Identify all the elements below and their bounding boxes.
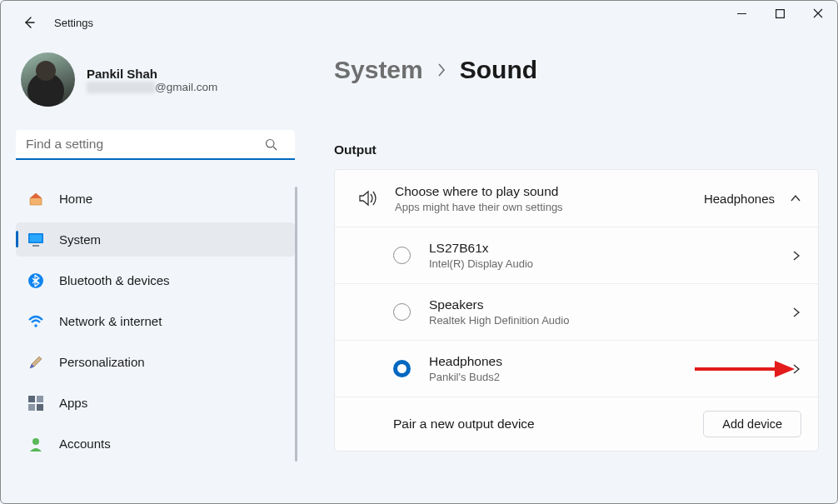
svg-line-3 — [273, 147, 277, 150]
radio-checked[interactable] — [393, 360, 411, 377]
svg-rect-1 — [776, 9, 784, 17]
svg-rect-11 — [28, 404, 35, 411]
profile-email-suffix: @gmail.com — [155, 81, 217, 93]
sidebar-item-label: Accounts — [59, 437, 111, 451]
choose-output-row[interactable]: Choose where to play sound Apps might ha… — [335, 170, 818, 227]
sidebar-item-label: Apps — [59, 396, 87, 410]
svg-point-8 — [34, 324, 37, 327]
chevron-up-icon — [790, 192, 801, 204]
chevron-right-icon — [791, 250, 801, 262]
device-name: Speakers — [429, 297, 791, 312]
sidebar-item-label: Home — [59, 192, 92, 206]
minimize-button[interactable] — [722, 1, 761, 26]
svg-rect-9 — [28, 396, 35, 402]
profile-email: @gmail.com — [87, 81, 217, 93]
sidebar-item-bluetooth[interactable]: Bluetooth & devices — [16, 263, 295, 297]
app-title: Settings — [54, 17, 93, 29]
minimize-icon — [737, 9, 746, 18]
svg-point-2 — [267, 140, 274, 147]
breadcrumb-current: Sound — [460, 56, 537, 84]
home-icon — [27, 191, 44, 207]
apps-icon — [27, 395, 44, 412]
device-subtitle: Intel(R) Display Audio — [429, 257, 791, 270]
current-output-label: Headphones — [704, 192, 775, 206]
chevron-right-icon — [791, 363, 801, 375]
wifi-icon — [27, 313, 44, 330]
output-device-row[interactable]: Speakers Realtek High Definition Audio — [335, 283, 818, 340]
system-icon — [27, 232, 44, 248]
sidebar-item-system[interactable]: System — [16, 222, 295, 257]
chevron-right-icon — [436, 62, 446, 77]
sidebar-item-label: Bluetooth & devices — [59, 273, 170, 287]
close-button[interactable] — [799, 1, 837, 26]
pair-device-row: Pair a new output device Add device — [335, 397, 818, 451]
radio-unchecked[interactable] — [393, 303, 411, 321]
add-device-button[interactable]: Add device — [703, 411, 801, 437]
brush-icon — [27, 354, 44, 371]
sidebar: Pankil Shah @gmail.com Home System Bluet… — [1, 52, 309, 467]
svg-rect-6 — [32, 245, 39, 247]
chevron-right-icon — [791, 307, 801, 318]
close-icon — [813, 8, 823, 18]
breadcrumb-parent[interactable]: System — [334, 56, 423, 84]
sidebar-item-accounts[interactable]: Accounts — [16, 427, 295, 461]
profile-block[interactable]: Pankil Shah @gmail.com — [16, 52, 299, 107]
nav-list: Home System Bluetooth & devices Network … — [16, 182, 299, 467]
device-name: LS27B61x — [429, 241, 791, 256]
svg-point-13 — [32, 438, 39, 445]
volume-icon — [352, 189, 385, 207]
sidebar-item-apps[interactable]: Apps — [16, 386, 295, 420]
sidebar-item-label: Network & internet — [59, 314, 162, 328]
redacted-area — [87, 82, 155, 93]
main-content: System Sound Output Choose where to play… — [334, 56, 819, 492]
sidebar-item-network[interactable]: Network & internet — [16, 304, 295, 338]
pair-label: Pair a new output device — [393, 417, 535, 432]
avatar — [21, 52, 75, 107]
search-input[interactable] — [16, 130, 295, 160]
arrow-left-icon — [22, 16, 36, 29]
choose-output-subtitle: Apps might have their own settings — [395, 201, 704, 213]
choose-output-title: Choose where to play sound — [395, 184, 704, 199]
radio-unchecked[interactable] — [393, 247, 411, 264]
search-row — [16, 130, 299, 160]
svg-rect-5 — [30, 234, 42, 242]
sidebar-item-personalization[interactable]: Personalization — [16, 345, 295, 379]
device-subtitle: Pankil's Buds2 — [429, 371, 791, 383]
output-card: Choose where to play sound Apps might ha… — [334, 169, 819, 452]
breadcrumb: System Sound — [334, 56, 819, 84]
output-device-row[interactable]: Headphones Pankil's Buds2 — [335, 340, 818, 397]
sidebar-item-home[interactable]: Home — [16, 182, 295, 216]
section-title-output: Output — [334, 142, 819, 157]
search-icon — [265, 138, 277, 151]
maximize-button[interactable] — [761, 1, 799, 26]
sidebar-item-label: Personalization — [59, 355, 145, 369]
window-controls — [722, 1, 837, 26]
titlebar: Settings — [1, 1, 837, 44]
profile-name: Pankil Shah — [87, 67, 217, 81]
sidebar-item-label: System — [59, 232, 101, 247]
device-subtitle: Realtek High Definition Audio — [429, 314, 791, 327]
maximize-icon — [776, 9, 785, 18]
svg-rect-12 — [37, 404, 43, 411]
back-button[interactable] — [19, 12, 39, 32]
person-icon — [27, 436, 44, 452]
output-device-row[interactable]: LS27B61x Intel(R) Display Audio — [335, 227, 818, 283]
bluetooth-icon — [27, 272, 44, 289]
svg-rect-10 — [37, 396, 43, 402]
nav-scrollbar[interactable] — [295, 187, 297, 462]
device-name: Headphones — [429, 354, 791, 369]
